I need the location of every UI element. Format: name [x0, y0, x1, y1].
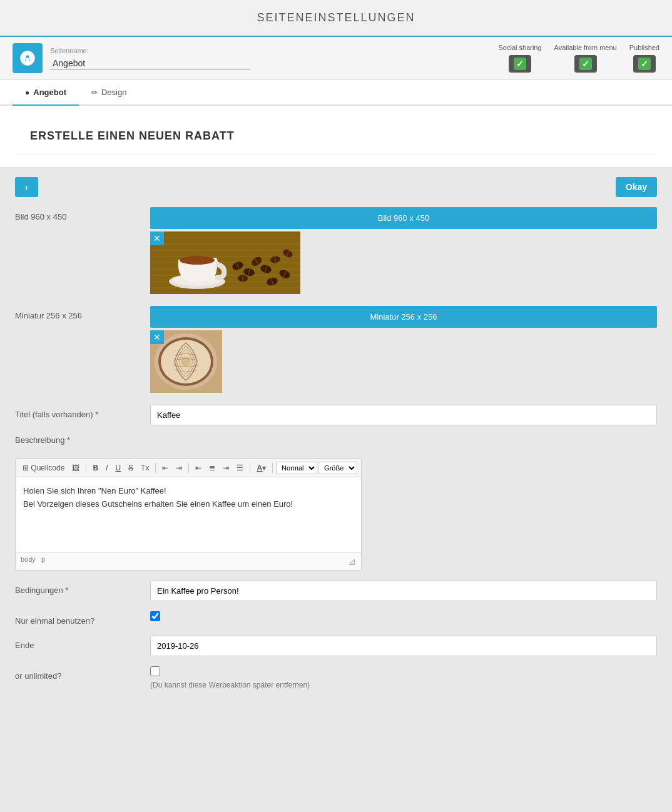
miniatur-upload-button[interactable]: Miniatur 256 x 256 — [150, 306, 657, 328]
bild-upload-button[interactable]: Bild 960 x 450 — [150, 207, 657, 229]
site-name-label: Seitenname: — [50, 47, 250, 54]
editor-toolbar: ⊞ Quellcode 🖼 B I U S Tx ⇤ ⇥ ⇤ — [16, 459, 361, 477]
toolbar-align-right-button[interactable]: ⇥ — [220, 462, 232, 474]
available-menu-label: Available from menu — [554, 44, 617, 51]
toolbar-font-color-button[interactable]: A▾ — [253, 462, 269, 474]
miniatur-preview-wrap: ✕ — [150, 330, 222, 395]
svg-point-33 — [180, 256, 215, 265]
miniatur-control: Miniatur 256 x 256 ✕ — [150, 306, 657, 395]
header-toggles: Social sharing ✓ Available from menu ✓ P… — [499, 44, 660, 73]
nav-buttons: ‹ Okay — [0, 167, 672, 207]
toolbar-indent-less-button[interactable]: ⇤ — [159, 462, 171, 474]
titel-label: Titel (falls vorhanden) * — [15, 405, 140, 419]
toolbar-sep-5 — [272, 463, 273, 473]
bild-preview-wrap: ✕ — [150, 231, 300, 296]
align-right-icon: ⇥ — [223, 464, 229, 472]
tab-angebot[interactable]: ● Angebot — [13, 80, 79, 106]
tab-design[interactable]: ✏ Design — [79, 80, 139, 106]
editor-body[interactable]: Holen Sie sich Ihren "Nen Euro" Kaffee! … — [16, 477, 361, 552]
ende-row: Ende — [15, 636, 657, 656]
available-menu-toggle[interactable]: ✓ — [574, 55, 597, 73]
toolbar-align-center-button[interactable]: ≣ — [206, 462, 218, 474]
toolbar-italic-button[interactable]: I — [103, 462, 111, 474]
ende-input[interactable] — [150, 636, 657, 656]
editor-resize-handle[interactable]: ⊿ — [348, 556, 356, 567]
toolbar-size-select[interactable]: Größe — [318, 462, 357, 474]
toolbar-underline-button[interactable]: U — [112, 462, 124, 474]
logo — [13, 43, 43, 73]
editor-line-1: Holen Sie sich Ihren "Nen Euro" Kaffee! — [23, 485, 354, 498]
toolbar-align-justify-button[interactable]: ☰ — [233, 462, 247, 474]
or-unlimited-label: or unlimited? — [15, 666, 140, 681]
bild-remove-button[interactable]: ✕ — [150, 231, 164, 245]
published-label: Published — [629, 44, 659, 51]
titel-row: Titel (falls vorhanden) * — [15, 405, 657, 425]
design-tab-icon: ✏ — [91, 88, 98, 97]
toolbar-sep-2 — [155, 463, 156, 473]
toolbar-sep-1 — [86, 463, 86, 473]
beschreibung-row: Beschreibung * ⊞ Quellcode 🖼 B I U S Tx … — [15, 435, 657, 571]
toolbar-strike-button[interactable]: S — [125, 462, 136, 474]
miniatur-row: Miniatur 256 x 256 Miniatur 256 x 256 ✕ — [15, 306, 657, 395]
svg-point-38 — [181, 357, 191, 367]
form-section-title: ERSTELLE EINEN NEUEN RABATT — [15, 118, 657, 155]
beschreibung-label: Beschreibung * — [15, 435, 70, 445]
available-menu-check: ✓ — [579, 58, 592, 70]
tab-design-label: Design — [101, 88, 126, 97]
or-unlimited-checkbox[interactable] — [150, 666, 160, 676]
editor-container: ⊞ Quellcode 🖼 B I U S Tx ⇤ ⇥ ⇤ — [15, 459, 362, 571]
bedingungen-control — [150, 581, 657, 601]
toolbar-sep-4 — [250, 463, 250, 473]
published-toggle-group: Published ✓ — [629, 44, 659, 73]
bedingungen-label: Bedingungen * — [15, 581, 140, 595]
nur-einmal-label: Nur einmal benutzen? — [15, 611, 140, 626]
editor-line-2: Bei Vorzeigen dieses Gutscheins erhalten… — [23, 498, 354, 511]
site-name-block: Seitenname: — [50, 47, 250, 70]
toolbar-bold-button[interactable]: B — [89, 462, 101, 474]
content-area: ERSTELLE EINEN NEUEN RABATT ‹ Okay Bild … — [0, 106, 672, 712]
editor-status-text: body p — [21, 556, 45, 567]
toolbar-quellcode-button[interactable]: ⊞ Quellcode — [19, 462, 68, 474]
align-justify-icon: ☰ — [237, 464, 243, 472]
editor-status-p: p — [41, 556, 45, 563]
or-unlimited-row: or unlimited? (Du kannst diese Werbeakti… — [15, 666, 657, 689]
nur-einmal-control — [150, 611, 657, 623]
toolbar-indent-more-button[interactable]: ⇥ — [173, 462, 185, 474]
ende-label: Ende — [15, 636, 140, 650]
bild-control: Bild 960 x 450 ✕ — [150, 207, 657, 296]
tabs-bar: ● Angebot ✏ Design — [0, 80, 672, 106]
published-check: ✓ — [638, 58, 651, 70]
form-header-section: ERSTELLE EINEN NEUEN RABATT — [0, 106, 672, 167]
toolbar-sep-3 — [188, 463, 189, 473]
nur-einmal-row: Nur einmal benutzen? — [15, 611, 657, 626]
titel-control — [150, 405, 657, 425]
nur-einmal-checkbox[interactable] — [150, 611, 160, 621]
toolbar-clear-button[interactable]: Tx — [138, 462, 152, 474]
editor-status: body p ⊿ — [16, 552, 361, 570]
social-sharing-toggle[interactable]: ✓ — [509, 55, 531, 73]
social-sharing-check: ✓ — [514, 58, 526, 70]
svg-line-26 — [243, 275, 243, 282]
bild-row: Bild 960 x 450 Bild 960 x 450 ✕ — [15, 207, 657, 296]
toolbar-image-button[interactable]: 🖼 — [69, 462, 83, 474]
published-toggle[interactable]: ✓ — [633, 55, 656, 73]
editor-status-body: body — [21, 556, 36, 563]
nav-back-button[interactable]: ‹ — [15, 177, 38, 197]
bild-label: Bild 960 x 450 — [15, 207, 140, 221]
logo-icon — [19, 49, 36, 67]
toolbar-normal-select[interactable]: Normal — [276, 462, 317, 474]
bild-preview-image — [150, 231, 300, 294]
toolbar-image-icon: 🖼 — [72, 464, 79, 472]
bedingungen-input[interactable] — [150, 581, 657, 601]
social-sharing-label: Social sharing — [499, 44, 542, 51]
available-menu-toggle-group: Available from menu ✓ — [554, 44, 617, 73]
nav-okay-button[interactable]: Okay — [616, 177, 657, 197]
toolbar-align-left-button[interactable]: ⇤ — [192, 462, 205, 474]
font-color-icon: A — [257, 464, 262, 472]
titel-input[interactable] — [150, 405, 657, 425]
align-left-icon: ⇤ — [195, 464, 201, 472]
tab-angebot-label: Angebot — [33, 88, 66, 97]
form-section: Bild 960 x 450 Bild 960 x 450 ✕ — [0, 207, 672, 712]
miniatur-remove-button[interactable]: ✕ — [150, 330, 164, 344]
site-name-input[interactable] — [50, 57, 250, 70]
